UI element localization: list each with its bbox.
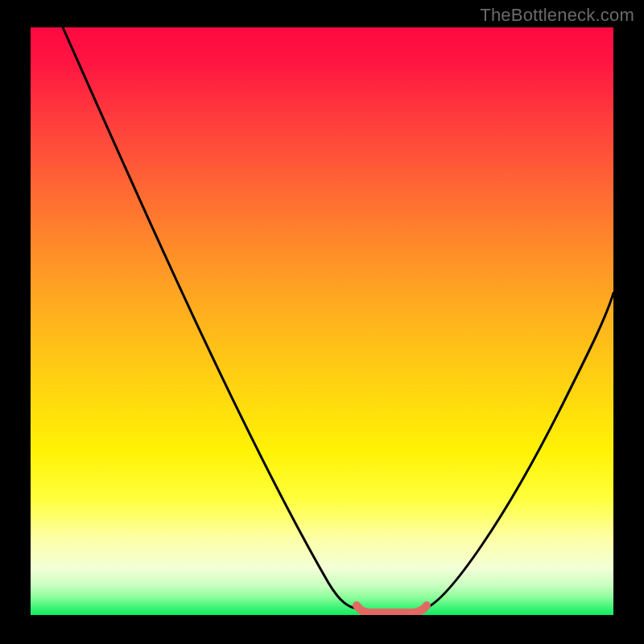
curve-right (425, 293, 613, 609)
watermark-text: TheBottleneck.com (480, 5, 634, 26)
plot-area (31, 27, 613, 615)
curve-left (63, 27, 357, 609)
curve-layer (31, 27, 613, 615)
plateau-min (357, 605, 427, 613)
chart-frame: TheBottleneck.com (0, 0, 644, 644)
